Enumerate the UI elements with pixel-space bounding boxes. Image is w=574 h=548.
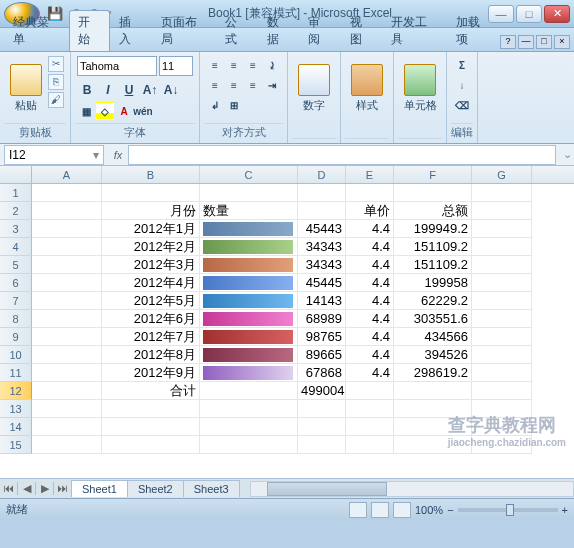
column-header[interactable]: B [102, 166, 200, 183]
cell[interactable] [200, 400, 298, 418]
cell[interactable] [200, 310, 298, 328]
cell[interactable] [200, 418, 298, 436]
cut-icon[interactable]: ✂ [48, 56, 64, 72]
cell[interactable] [32, 436, 102, 454]
cell[interactable] [472, 400, 532, 418]
last-sheet-button[interactable]: ⏭ [54, 482, 72, 495]
row-header[interactable]: 4 [0, 238, 32, 256]
column-header[interactable]: A [32, 166, 102, 183]
cell[interactable] [472, 274, 532, 292]
row-header[interactable]: 2 [0, 202, 32, 220]
cell-format-button[interactable]: 单元格 [400, 56, 440, 120]
cell[interactable] [298, 436, 346, 454]
cell[interactable]: 199949.2 [394, 220, 472, 238]
cell[interactable] [472, 202, 532, 220]
cell[interactable] [32, 184, 102, 202]
row-header[interactable]: 15 [0, 436, 32, 454]
sheet-tab[interactable]: Sheet1 [71, 480, 128, 497]
cell[interactable]: 合计 [102, 382, 200, 400]
cell[interactable] [32, 418, 102, 436]
zoom-in-button[interactable]: + [562, 504, 568, 516]
cell[interactable] [346, 184, 394, 202]
cell[interactable]: 45443 [298, 220, 346, 238]
tab-dev[interactable]: 开发工具 [382, 10, 447, 51]
cell[interactable] [472, 292, 532, 310]
column-header[interactable]: C [200, 166, 298, 183]
style-button[interactable]: 样式 [347, 56, 387, 120]
close-workbook-button[interactable]: × [554, 35, 570, 49]
italic-button[interactable]: I [98, 80, 118, 100]
cell[interactable] [472, 256, 532, 274]
page-break-view-button[interactable] [393, 502, 411, 518]
cell[interactable] [200, 328, 298, 346]
cell[interactable] [394, 184, 472, 202]
align-right-button[interactable]: ≡ [244, 76, 262, 94]
prev-sheet-button[interactable]: ◀ [18, 482, 36, 495]
help-icon[interactable]: ? [500, 35, 516, 49]
row-header[interactable]: 10 [0, 346, 32, 364]
cell[interactable] [472, 238, 532, 256]
scrollbar-thumb[interactable] [267, 482, 387, 496]
cell[interactable] [472, 310, 532, 328]
autosum-button[interactable]: Σ [453, 56, 471, 74]
cell[interactable] [32, 274, 102, 292]
cell[interactable] [346, 400, 394, 418]
cell[interactable]: 4.4 [346, 346, 394, 364]
first-sheet-button[interactable]: ⏮ [0, 482, 18, 495]
cell[interactable] [200, 382, 298, 400]
tab-insert[interactable]: 插入 [110, 10, 151, 51]
cell[interactable]: 151109.2 [394, 256, 472, 274]
column-header[interactable]: F [394, 166, 472, 183]
row-header[interactable]: 6 [0, 274, 32, 292]
cell[interactable] [346, 382, 394, 400]
next-sheet-button[interactable]: ▶ [36, 482, 54, 495]
tab-addin[interactable]: 加载项 [447, 10, 500, 51]
cell[interactable]: 199958 [394, 274, 472, 292]
page-layout-view-button[interactable] [371, 502, 389, 518]
cell[interactable] [200, 274, 298, 292]
row-header[interactable]: 8 [0, 310, 32, 328]
cell[interactable] [298, 202, 346, 220]
row-header[interactable]: 14 [0, 418, 32, 436]
cell[interactable]: 303551.6 [394, 310, 472, 328]
tab-view[interactable]: 视图 [341, 10, 382, 51]
cell[interactable] [472, 220, 532, 238]
cell[interactable] [394, 400, 472, 418]
underline-button[interactable]: U [119, 80, 139, 100]
cell[interactable]: 4.4 [346, 256, 394, 274]
column-header[interactable]: D [298, 166, 346, 183]
cell[interactable] [472, 184, 532, 202]
align-top-button[interactable]: ≡ [206, 56, 224, 74]
bold-button[interactable]: B [77, 80, 97, 100]
font-size-input[interactable] [159, 56, 193, 76]
zoom-thumb[interactable] [506, 504, 514, 516]
sheet-tab[interactable]: Sheet2 [127, 480, 184, 497]
row-header[interactable]: 13 [0, 400, 32, 418]
align-center-button[interactable]: ≡ [225, 76, 243, 94]
row-header[interactable]: 11 [0, 364, 32, 382]
normal-view-button[interactable] [349, 502, 367, 518]
cell[interactable]: 4.4 [346, 364, 394, 382]
cell[interactable] [32, 220, 102, 238]
fill-color-button[interactable]: ◇ [96, 102, 114, 120]
format-painter-icon[interactable]: 🖌 [48, 92, 64, 108]
wrap-text-button[interactable]: ↲ [206, 96, 224, 114]
row-header[interactable]: 1 [0, 184, 32, 202]
cell[interactable] [32, 256, 102, 274]
cell[interactable]: 2012年6月 [102, 310, 200, 328]
chevron-down-icon[interactable]: ▾ [93, 148, 99, 162]
cell[interactable] [32, 400, 102, 418]
grow-font-button[interactable]: A↑ [140, 80, 160, 100]
column-header[interactable]: E [346, 166, 394, 183]
paste-button[interactable]: 粘贴 [6, 56, 46, 120]
cell[interactable] [200, 256, 298, 274]
cell[interactable]: 499004 [298, 382, 346, 400]
tab-classic[interactable]: 经典菜单 [4, 10, 69, 51]
cell[interactable]: 4.4 [346, 292, 394, 310]
cell[interactable]: 34343 [298, 238, 346, 256]
formula-input[interactable] [128, 145, 556, 165]
tab-data[interactable]: 数据 [258, 10, 299, 51]
cell[interactable] [472, 328, 532, 346]
cell[interactable] [102, 184, 200, 202]
cell[interactable] [394, 436, 472, 454]
